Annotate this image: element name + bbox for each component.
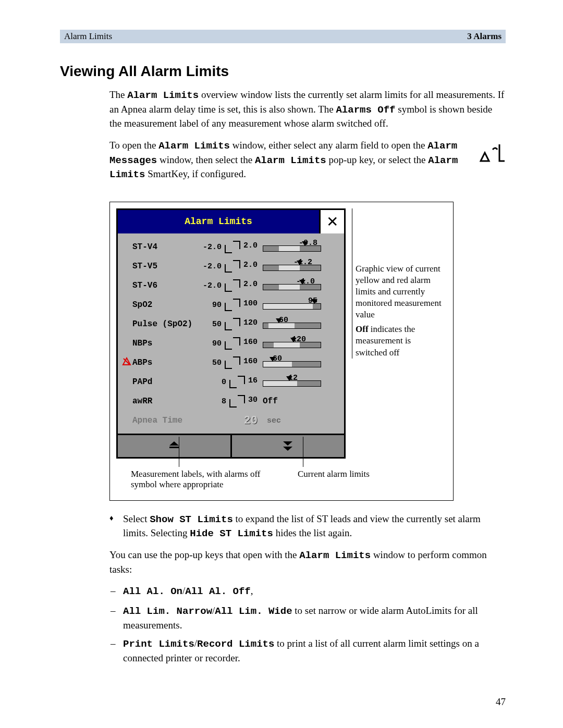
alarm-row[interactable]: awRR830Off: [121, 392, 341, 411]
svg-marker-0: [481, 153, 489, 161]
measurement-label: awRR: [132, 397, 200, 406]
alarm-row[interactable]: ST-V6-2.02.0-1.0: [121, 276, 341, 295]
alarm-row[interactable]: NBPs90160120: [121, 334, 341, 353]
measurement-label: NBPs: [132, 339, 200, 348]
alarm-limits-window: Alarm Limits ✕ ST-V4-2.02.0-0.8ST-V5-2.0…: [116, 208, 346, 459]
bottom-annotation: Measurement labels, with alarms off symb…: [116, 469, 447, 490]
header-right: 3 Alarms: [467, 31, 501, 42]
measurement-label: ABPs: [132, 358, 200, 367]
close-button[interactable]: ✕: [319, 210, 344, 233]
measurement-label: Pulse (SpO2): [132, 319, 200, 329]
limit-values: 50120: [200, 318, 258, 330]
scroll-down-button[interactable]: [232, 435, 345, 457]
alarm-row[interactable]: ST-V4-2.02.0-0.8: [121, 238, 341, 257]
measurement-label: SpO2: [132, 300, 200, 310]
apnea-unit: sec: [267, 416, 281, 425]
list-item: All Al. On/All Al. Off,: [109, 584, 506, 599]
page-number: 47: [60, 696, 506, 708]
svg-marker-5: [283, 441, 292, 446]
limit-graph: 60: [258, 319, 325, 329]
alarm-limits-figure: Alarm Limits ✕ ST-V4-2.02.0-0.8ST-V5-2.0…: [109, 202, 454, 501]
limit-graph: -1.2: [258, 262, 325, 271]
limit-values: -2.02.0: [200, 241, 258, 253]
bullet-list: Select Show ST Limits to expand the list…: [109, 512, 506, 541]
svg-rect-4: [169, 447, 179, 448]
limit-values: -2.02.0: [200, 279, 258, 292]
limit-values: 90100: [200, 299, 258, 311]
double-up-icon: [168, 441, 180, 451]
measurement-label: ST-V4: [132, 242, 200, 252]
limit-values: 830: [200, 395, 258, 408]
alarm-row[interactable]: ST-V5-2.02.0-1.2: [121, 257, 341, 276]
alarm-row[interactable]: SpO29010095: [121, 295, 341, 315]
apnea-label: Apnea Time: [132, 416, 200, 425]
alarm-triangle-icon: [480, 140, 506, 166]
alarm-row[interactable]: PAPd01612: [121, 373, 341, 392]
alarm-row[interactable]: Pulse (SpO2)5012060: [121, 315, 341, 334]
svg-marker-3: [169, 441, 179, 446]
list-item: Select Show ST Limits to expand the list…: [109, 512, 506, 541]
limit-graph: -0.8: [258, 242, 325, 252]
window-title: Alarm Limits: [118, 210, 319, 233]
dash-list: All Al. On/All Al. Off, All Lim. Narrow/…: [109, 584, 506, 664]
paragraph-3: You can use the pop-up keys that open wi…: [109, 548, 506, 576]
limit-graph: -1.0: [258, 281, 325, 290]
limit-graph: 120: [258, 339, 325, 348]
alarm-row[interactable]: ABPs5016060: [121, 353, 341, 373]
list-item: Print Limits/Record Limits to print a li…: [109, 637, 506, 664]
page-title: Viewing All Alarm Limits: [60, 63, 506, 80]
close-icon: ✕: [326, 213, 338, 230]
limit-graph: Off: [258, 397, 325, 406]
limit-values: 90160: [200, 337, 258, 350]
side-annotation: Graphic view of current yellow and red a…: [352, 208, 444, 359]
limit-graph: 12: [258, 377, 325, 387]
apnea-row[interactable]: Apnea Time20sec: [121, 411, 341, 430]
scroll-up-button[interactable]: [118, 435, 232, 457]
limit-graph: 95: [258, 300, 325, 310]
measurement-label: PAPd: [132, 377, 200, 387]
measurement-label: ST-V6: [132, 281, 200, 290]
limit-values: 50160: [200, 356, 258, 369]
limit-values: -2.02.0: [200, 260, 258, 273]
limit-graph: 60: [258, 358, 325, 367]
header-left: Alarm Limits: [64, 31, 112, 42]
list-item: All Lim. Narrow/All Lim. Wide to set nar…: [109, 604, 506, 632]
measurement-label: ST-V5: [132, 262, 200, 271]
running-header: Alarm Limits 3 Alarms: [60, 30, 506, 43]
double-down-icon: [282, 441, 293, 451]
limit-values: 016: [200, 376, 258, 388]
svg-marker-6: [283, 447, 292, 451]
apnea-value: 20: [200, 414, 258, 427]
paragraph-2: To open the Alarm Limits window, either …: [109, 139, 469, 182]
paragraph-1: The Alarm Limits overview window lists t…: [109, 88, 506, 130]
alarm-off-icon: [121, 357, 132, 369]
